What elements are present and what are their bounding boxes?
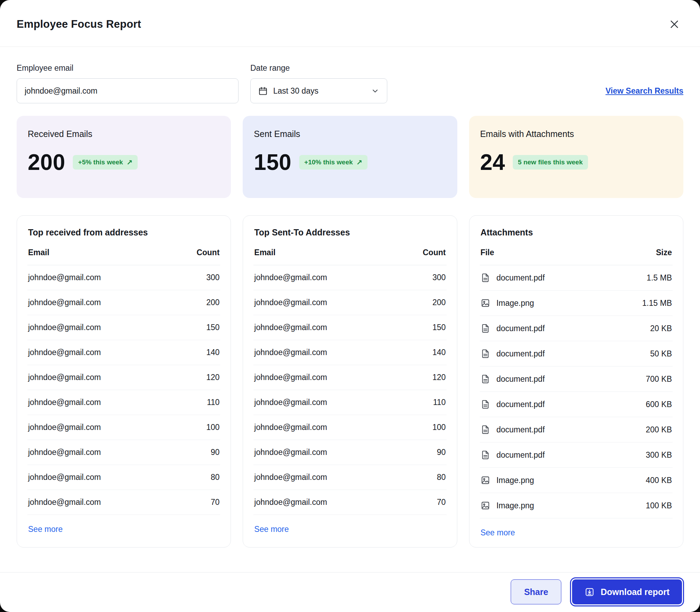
count-cell: 300 — [432, 273, 446, 282]
table-row: johndoe@gmail.com 140 — [27, 340, 220, 365]
count-cell: 110 — [207, 398, 220, 407]
stat-card-value: 24 — [480, 149, 505, 175]
count-cell: 90 — [211, 448, 220, 457]
count-cell: 140 — [432, 348, 446, 357]
table-row: johndoe@gmail.com 200 — [27, 290, 220, 315]
table-row: document.pdf 50 KB — [480, 341, 673, 367]
employee-email-input[interactable] — [17, 78, 239, 103]
email-cell: johndoe@gmail.com — [28, 423, 101, 432]
count-cell: 300 — [206, 273, 219, 282]
table-row: document.pdf 200 KB — [480, 417, 673, 442]
dialog-title: Employee Focus Report — [17, 18, 141, 31]
file-size-cell: 50 KB — [650, 349, 672, 359]
table-row: document.pdf 1.5 MB — [480, 265, 673, 291]
table-row: johndoe@gmail.com 70 — [27, 490, 220, 515]
file-size-cell: 400 KB — [646, 476, 672, 485]
sent-panel-title: Top Sent-To Addresses — [253, 227, 446, 238]
file-size-cell: 100 KB — [646, 501, 672, 510]
sent-addresses-panel: Top Sent-To Addresses Email Count johndo… — [243, 215, 457, 548]
attachments-table-header: File Size — [480, 248, 673, 265]
pdf-file-icon — [481, 374, 490, 384]
table-row: johndoe@gmail.com 300 — [253, 265, 446, 290]
count-cell: 200 — [432, 298, 446, 307]
sent-table-body: johndoe@gmail.com 300 johndoe@gmail.com … — [253, 265, 446, 515]
attachments-panel-title: Attachments — [480, 227, 673, 238]
pdf-file-icon — [481, 324, 490, 333]
table-row: johndoe@gmail.com 100 — [253, 415, 446, 440]
pdf-file-icon — [481, 450, 490, 460]
table-row: johndoe@gmail.com 90 — [27, 440, 220, 465]
file-size-cell: 300 KB — [646, 450, 672, 460]
pdf-file-icon — [481, 425, 490, 434]
received-addresses-panel: Top received from addresses Email Count … — [17, 215, 231, 548]
table-row: johndoe@gmail.com 300 — [27, 265, 220, 290]
close-icon — [669, 19, 680, 30]
view-search-results-link[interactable]: View Search Results — [605, 86, 683, 96]
stats-row: Received Emails 200 +5% this week ↗ Sent… — [17, 116, 683, 198]
table-row: Image.png 400 KB — [480, 468, 673, 493]
image-file-icon — [481, 501, 490, 510]
table-row: johndoe@gmail.com 90 — [253, 440, 446, 465]
email-cell: johndoe@gmail.com — [254, 273, 327, 282]
file-type-icon — [481, 399, 490, 409]
sent-table-header: Email Count — [253, 248, 446, 265]
email-cell: johndoe@gmail.com — [254, 498, 327, 507]
stat-card-title: Received Emails — [28, 129, 220, 139]
file-name-cell: document.pdf — [496, 324, 545, 333]
stat-card-title: Sent Emails — [254, 129, 446, 139]
table-row: johndoe@gmail.com 200 — [253, 290, 446, 315]
count-cell: 80 — [211, 473, 220, 482]
file-size-cell: 600 KB — [646, 400, 672, 409]
table-row: johndoe@gmail.com 80 — [27, 465, 220, 490]
file-type-icon — [481, 324, 490, 333]
employee-email-field-group: Employee email — [17, 63, 239, 103]
email-cell: johndoe@gmail.com — [28, 373, 101, 382]
table-row: johndoe@gmail.com 100 — [27, 415, 220, 440]
file-type-icon — [481, 349, 490, 359]
stat-card-value: 150 — [254, 149, 291, 175]
stat-card-title: Emails with Attachments — [480, 129, 672, 139]
chevron-down-icon — [371, 87, 379, 95]
email-cell: johndoe@gmail.com — [254, 423, 327, 432]
file-size-cell: 20 KB — [650, 324, 672, 333]
received-table-header: Email Count — [27, 248, 220, 265]
date-range-value: Last 30 days — [273, 86, 318, 96]
table-row: johndoe@gmail.com 110 — [27, 390, 220, 415]
email-cell: johndoe@gmail.com — [254, 473, 327, 482]
count-cell: 120 — [432, 373, 446, 382]
trend-badge-text: +10% this week — [304, 158, 353, 166]
attachments-panel: Attachments File Size — [469, 215, 683, 548]
filter-row: Employee email Date range Last 30 days V… — [17, 63, 683, 103]
file-name-cell: Image.png — [496, 299, 534, 308]
stat-card: Emails with Attachments 24 5 new files t… — [469, 116, 683, 198]
sent-see-more-link[interactable]: See more — [253, 525, 289, 534]
dialog-content: Employee email Date range Last 30 days V… — [0, 47, 700, 572]
file-size-cell: 1.15 MB — [642, 299, 672, 308]
file-type-icon — [481, 475, 490, 485]
dialog-footer: Share Download report — [0, 572, 700, 612]
tables-row: Top received from addresses Email Count … — [17, 215, 683, 548]
share-button[interactable]: Share — [511, 579, 561, 604]
date-range-label: Date range — [250, 63, 387, 73]
file-size-cell: 700 KB — [646, 374, 672, 384]
close-button[interactable] — [667, 17, 682, 32]
email-cell: johndoe@gmail.com — [254, 298, 327, 307]
table-row: document.pdf 600 KB — [480, 392, 673, 417]
stat-card: Sent Emails 150 +10% this week ↗ — [243, 116, 457, 198]
count-cell: 120 — [206, 373, 219, 382]
column-header-count: Count — [423, 248, 446, 257]
email-cell: johndoe@gmail.com — [28, 448, 101, 457]
table-row: document.pdf 300 KB — [480, 442, 673, 468]
file-type-icon — [481, 298, 490, 308]
stat-card-value: 200 — [28, 149, 65, 175]
email-cell: johndoe@gmail.com — [28, 323, 101, 332]
column-header-file: File — [481, 248, 494, 257]
download-icon — [585, 587, 595, 597]
table-row: johndoe@gmail.com 150 — [253, 315, 446, 340]
received-see-more-link[interactable]: See more — [27, 525, 63, 534]
email-cell: johndoe@gmail.com — [28, 298, 101, 307]
file-size-cell: 1.5 MB — [647, 273, 672, 283]
attachments-see-more-link[interactable]: See more — [480, 528, 515, 537]
download-report-button[interactable]: Download report — [572, 579, 682, 604]
date-range-select[interactable]: Last 30 days — [250, 78, 387, 103]
